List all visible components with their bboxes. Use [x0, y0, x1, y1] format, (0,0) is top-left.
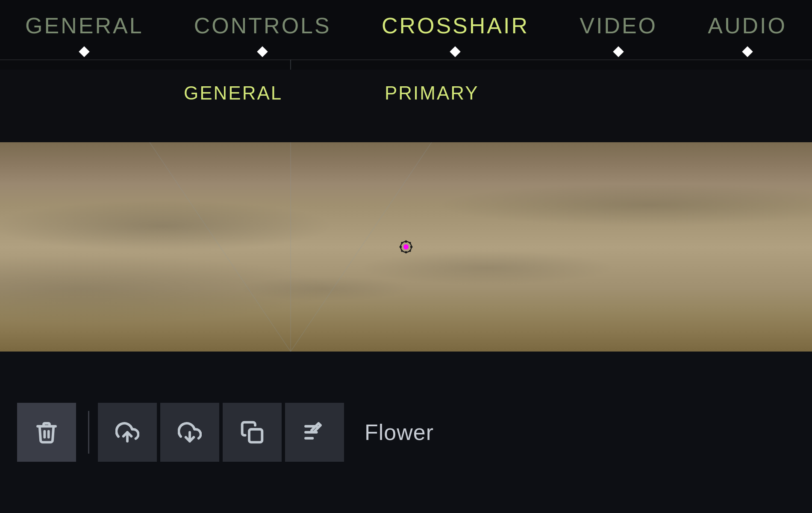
delete-button[interactable] [17, 403, 76, 462]
svg-point-10 [401, 242, 403, 244]
copy-icon [240, 420, 264, 444]
svg-point-11 [409, 242, 411, 244]
duplicate-button[interactable] [223, 403, 282, 462]
nav-item-controls[interactable]: CONTROLS [194, 13, 331, 56]
nav-item-video[interactable]: VIDEO [580, 13, 657, 56]
crosshair-center-dot [403, 244, 409, 249]
nav-label-video: VIDEO [580, 13, 657, 38]
nav-dot-crosshair [450, 46, 461, 57]
download-icon [178, 420, 202, 444]
top-navigation: GENERAL CONTROLS CROSSHAIR VIDEO AUDIO [0, 0, 812, 70]
svg-point-9 [410, 246, 412, 248]
nav-item-crosshair[interactable]: CROSSHAIR [382, 13, 529, 56]
upload-icon [115, 420, 139, 444]
svg-point-8 [400, 246, 402, 248]
sub-tab-primary[interactable]: PRIMARY [385, 82, 479, 104]
nav-item-audio[interactable]: AUDIO [708, 13, 787, 56]
svg-rect-20 [249, 429, 262, 442]
nav-dot-general [79, 46, 90, 57]
import-button[interactable] [160, 403, 219, 462]
rename-icon [303, 420, 327, 444]
crosshair-display [398, 239, 414, 255]
nav-label-audio: AUDIO [708, 13, 787, 38]
svg-point-13 [409, 250, 411, 252]
nav-label-general: GENERAL [25, 13, 144, 38]
sub-tab-general[interactable]: GENERAL [184, 82, 282, 104]
nav-dot-video [613, 46, 624, 57]
svg-point-6 [405, 240, 407, 243]
svg-point-7 [405, 251, 407, 253]
export-button[interactable] [98, 403, 157, 462]
bottom-toolbar: Flower [0, 352, 812, 513]
toolbar-button-group [17, 403, 347, 462]
toolbar-divider [88, 411, 89, 454]
svg-point-12 [401, 250, 403, 252]
crosshair-preview-area [0, 142, 812, 352]
sub-navigation: GENERAL PRIMARY [0, 70, 812, 142]
nav-label-crosshair: CROSSHAIR [382, 13, 529, 38]
crosshair-name-label: Flower [365, 419, 434, 445]
nav-dot-audio [742, 46, 753, 57]
nav-dot-controls [257, 46, 268, 57]
nav-item-general[interactable]: GENERAL [25, 13, 144, 56]
nav-label-controls: CONTROLS [194, 13, 331, 38]
trash-icon [35, 420, 59, 444]
rename-button[interactable] [285, 403, 344, 462]
